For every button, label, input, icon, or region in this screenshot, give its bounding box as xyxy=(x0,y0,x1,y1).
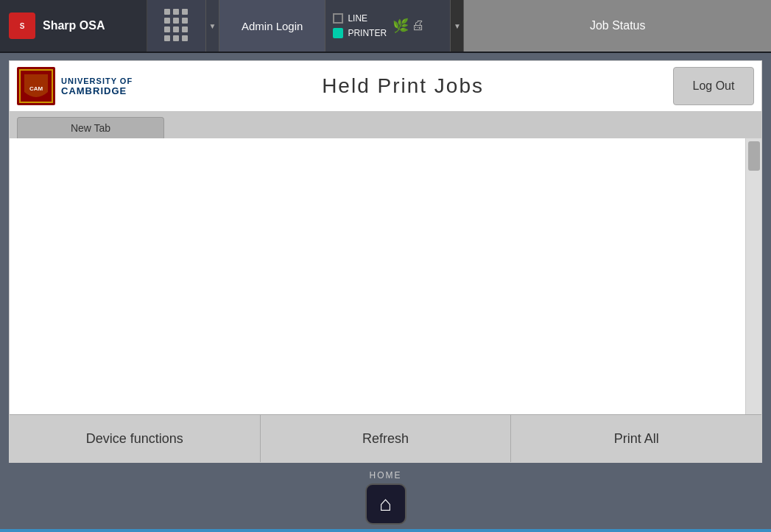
panel-header: CAM UNIVERSITY OF CAMBRIDGE Held Print J… xyxy=(10,61,761,111)
home-button[interactable]: ⌂ xyxy=(365,483,406,525)
home-label: HOME xyxy=(370,470,402,480)
home-icon: ⌂ xyxy=(379,492,392,516)
university-line2: CAMBRIDGE xyxy=(61,85,133,96)
svg-text:CAM: CAM xyxy=(29,85,43,92)
sharp-osa-section: S Sharp OSA xyxy=(0,0,147,52)
university-logo: CAM UNIVERSITY OF CAMBRIDGE xyxy=(17,67,133,105)
device-functions-button[interactable]: Device functions xyxy=(10,415,261,462)
home-bar: HOME ⌂ xyxy=(0,463,771,529)
bottom-line xyxy=(0,529,771,532)
refresh-button[interactable]: Refresh xyxy=(261,415,512,462)
status-dropdown[interactable]: ▼ xyxy=(451,0,464,52)
university-line1: UNIVERSITY OF xyxy=(61,77,133,85)
admin-login-button[interactable]: Admin Login xyxy=(219,0,325,52)
scrollbar-track[interactable] xyxy=(745,138,761,414)
university-text: UNIVERSITY OF CAMBRIDGE xyxy=(61,77,133,96)
app-name-label: Sharp OSA xyxy=(43,19,105,32)
main-container: CAM UNIVERSITY OF CAMBRIDGE Held Print J… xyxy=(0,53,771,463)
status-indicators: LINE PRINTER xyxy=(333,13,387,38)
sharp-icon: S xyxy=(9,13,35,39)
chevron-down-icon: ▼ xyxy=(209,22,216,30)
printer-status-dot xyxy=(333,28,343,38)
printer-device-icon: 🖨 xyxy=(412,18,425,34)
status-area: LINE PRINTER 🌿 🖨 xyxy=(325,0,451,52)
tab-new-tab[interactable]: New Tab xyxy=(17,117,164,138)
print-all-button[interactable]: Print All xyxy=(511,415,761,462)
top-bar: S Sharp OSA ▼ Admin Login LINE PRINTER xyxy=(0,0,771,53)
print-jobs-list xyxy=(10,138,745,414)
page-title: Held Print Jobs xyxy=(138,67,667,105)
keypad-dropdown[interactable]: ▼ xyxy=(206,0,219,52)
chevron-down-icon: ▼ xyxy=(454,22,461,30)
panel-body xyxy=(10,138,761,414)
coat-of-arms-icon: CAM xyxy=(17,67,55,105)
status-icons: 🌿 🖨 xyxy=(392,18,425,34)
eco-icon: 🌿 xyxy=(392,18,409,34)
scrollbar-thumb[interactable] xyxy=(748,141,760,171)
line-status-row: LINE xyxy=(333,13,387,24)
keypad-button[interactable] xyxy=(147,0,206,52)
tab-bar: New Tab xyxy=(10,111,761,138)
job-status-button[interactable]: Job Status xyxy=(464,0,771,52)
keypad-grid-icon xyxy=(164,9,189,43)
action-bar: Device functions Refresh Print All xyxy=(10,414,761,462)
line-checkbox xyxy=(333,13,343,24)
line-label: LINE xyxy=(348,13,367,24)
log-out-button[interactable]: Log Out xyxy=(673,67,754,105)
content-panel: CAM UNIVERSITY OF CAMBRIDGE Held Print J… xyxy=(9,60,762,463)
printer-label: PRINTER xyxy=(348,28,387,38)
printer-status-row: PRINTER xyxy=(333,28,387,38)
